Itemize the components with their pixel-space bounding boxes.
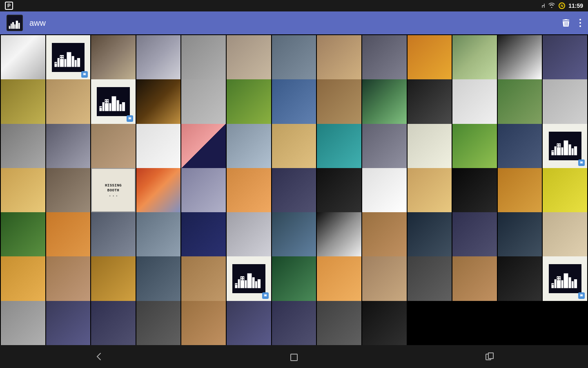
grid-cell[interactable]: [136, 168, 181, 213]
grid-cell[interactable]: [498, 168, 542, 213]
grid-cell[interactable]: [452, 124, 497, 168]
grid-cell[interactable]: [272, 256, 316, 301]
grid-cell[interactable]: [91, 35, 136, 80]
grid-cell[interactable]: [136, 124, 181, 168]
grid-cell[interactable]: [227, 256, 271, 301]
grid-cell[interactable]: [272, 35, 316, 80]
grid-cell[interactable]: [136, 256, 181, 301]
grid-cell[interactable]: [1, 168, 45, 213]
more-options-button[interactable]: [579, 18, 581, 28]
grid-cell[interactable]: [498, 79, 542, 124]
grid-cell[interactable]: [46, 301, 91, 345]
svg-rect-44: [564, 141, 568, 155]
grid-cell[interactable]: [91, 256, 136, 301]
grid-cell[interactable]: [227, 79, 271, 124]
grid-cell[interactable]: [272, 212, 316, 257]
grid-cell[interactable]: [1, 256, 45, 301]
grid-cell[interactable]: [317, 301, 361, 345]
grid-cell[interactable]: [543, 212, 587, 257]
app-logo: [7, 15, 23, 31]
grid-cell[interactable]: [136, 79, 181, 124]
grid-cell[interactable]: [136, 212, 181, 257]
grid-cell[interactable]: [452, 35, 497, 80]
grid-cell[interactable]: [362, 301, 407, 345]
grid-cell[interactable]: [181, 79, 226, 124]
grid-cell[interactable]: [91, 124, 136, 168]
grid-cell[interactable]: [362, 79, 407, 124]
grid-cell[interactable]: [181, 256, 226, 301]
grid-cell[interactable]: [272, 301, 316, 345]
grid-cell[interactable]: [181, 35, 226, 80]
grid-cell[interactable]: [227, 212, 271, 257]
grid-cell[interactable]: [452, 79, 497, 124]
grid-cell[interactable]: [408, 212, 452, 257]
grid-cell[interactable]: [181, 168, 226, 213]
grid-cell[interactable]: [272, 124, 316, 168]
grid-cell[interactable]: [362, 35, 407, 80]
grid-cell[interactable]: [317, 168, 361, 213]
grid-cell[interactable]: [227, 35, 271, 80]
grid-cell[interactable]: [543, 124, 587, 168]
grid-cell[interactable]: [498, 212, 542, 257]
grid-cell[interactable]: [317, 256, 361, 301]
back-button[interactable]: [92, 351, 104, 362]
grid-cell[interactable]: [543, 35, 587, 80]
grid-cell[interactable]: [362, 124, 407, 168]
grid-cell[interactable]: [91, 79, 136, 124]
grid-cell[interactable]: [91, 301, 136, 345]
grid-cell[interactable]: [181, 124, 226, 168]
grid-cell[interactable]: [543, 79, 587, 124]
grid-cell[interactable]: [227, 168, 271, 213]
grid-cell[interactable]: [136, 301, 181, 345]
svg-rect-34: [100, 107, 101, 108]
grid-cell[interactable]: [1, 301, 45, 345]
delete-button[interactable]: [561, 18, 571, 28]
grid-cell[interactable]: [227, 124, 271, 168]
bluetooth-icon: ⑁: [541, 2, 545, 9]
grid-cell[interactable]: [272, 79, 316, 124]
grid-cell[interactable]: [408, 256, 452, 301]
svg-rect-27: [102, 102, 105, 111]
grid-cell[interactable]: [46, 35, 91, 80]
recents-button[interactable]: [484, 351, 496, 362]
status-left: P: [5, 2, 13, 10]
grid-cell[interactable]: [46, 168, 91, 213]
grid-cell[interactable]: [498, 35, 542, 80]
home-button[interactable]: [288, 351, 300, 362]
grid-cell[interactable]: [317, 79, 361, 124]
grid-cell[interactable]: [317, 212, 361, 257]
grid-cell[interactable]: [498, 124, 542, 168]
grid-cell[interactable]: [317, 35, 361, 80]
grid-cell[interactable]: [1, 35, 45, 80]
grid-cell[interactable]: [408, 79, 452, 124]
grid-cell[interactable]: [46, 256, 91, 301]
grid-cell[interactable]: [498, 256, 542, 301]
grid-cell[interactable]: [408, 124, 452, 168]
grid-cell[interactable]: [1, 124, 45, 168]
grid-cell[interactable]: [1, 79, 45, 124]
grid-cell[interactable]: [543, 168, 587, 213]
grid-cell[interactable]: [362, 256, 407, 301]
grid-cell[interactable]: [452, 212, 497, 257]
grid-cell[interactable]: [543, 256, 587, 301]
grid-cell[interactable]: [452, 256, 497, 301]
grid-cell[interactable]: [227, 301, 271, 345]
grid-cell[interactable]: [46, 212, 91, 257]
grid-cell[interactable]: [46, 124, 91, 168]
grid-cell[interactable]: [408, 35, 452, 80]
grid-cell[interactable]: [272, 168, 316, 213]
grid-cell[interactable]: HISSINGBOOTH ✦ ✦ ✦: [91, 168, 136, 213]
grid-cell[interactable]: [408, 168, 452, 213]
grid-cell[interactable]: [362, 168, 407, 213]
svg-rect-62: [236, 284, 236, 285]
grid-cell[interactable]: [362, 212, 407, 257]
wifi-icon: [548, 2, 555, 9]
grid-cell[interactable]: [136, 35, 181, 80]
grid-cell[interactable]: [46, 79, 91, 124]
grid-cell[interactable]: [1, 212, 45, 257]
grid-cell[interactable]: [452, 168, 497, 213]
grid-cell[interactable]: [181, 212, 226, 257]
grid-cell[interactable]: [317, 124, 361, 168]
grid-cell[interactable]: [91, 212, 136, 257]
grid-cell[interactable]: [181, 301, 226, 345]
